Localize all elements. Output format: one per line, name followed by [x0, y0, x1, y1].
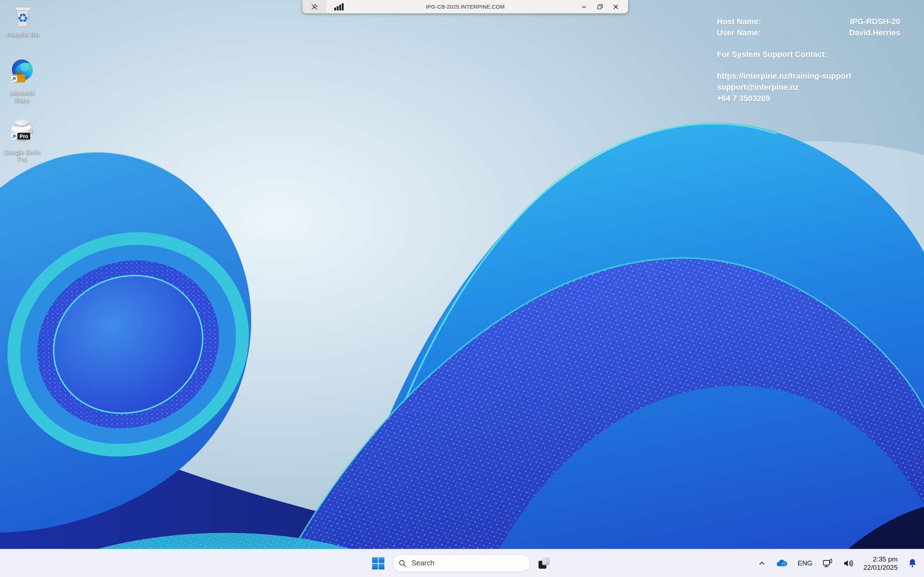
close-button[interactable] — [608, 0, 624, 13]
chevron-up-icon — [758, 559, 766, 567]
speaker-icon — [843, 559, 854, 568]
user-name-row: User Name: David.Herries — [717, 27, 900, 38]
desktop-icon-recycle-bin[interactable]: ♻ Recycle Bin — [1, 3, 45, 39]
start-button[interactable] — [370, 554, 387, 572]
windows-start-icon — [372, 556, 385, 570]
rdp-window-controls — [576, 0, 628, 13]
shortcut-arrow-badge — [11, 134, 17, 140]
support-email: support@interpine.nz — [717, 82, 900, 93]
notification-bell-icon — [908, 558, 918, 569]
user-name-label: User Name: — [717, 27, 761, 38]
network-tray-button[interactable] — [821, 557, 835, 570]
system-info-overlay: Host Name: IPG-RDSH-20 User Name: David.… — [717, 16, 900, 104]
notifications-button[interactable] — [906, 556, 919, 570]
tray-date: 22/01/2025 — [863, 563, 898, 572]
taskbar-center-group — [370, 549, 552, 577]
language-indicator[interactable]: ENG — [796, 558, 814, 569]
pro-badge: Pro — [17, 133, 30, 140]
host-name-label: Host Name: — [717, 16, 761, 27]
user-name-value: David.Herries — [849, 27, 900, 38]
search-input[interactable] — [411, 559, 510, 567]
clock[interactable]: 2:35 pm 22/01/2025 — [862, 554, 899, 573]
taskbar-app-button[interactable] — [536, 555, 552, 572]
support-heading: For System Support Contact: — [717, 49, 900, 60]
tray-chevron-button[interactable] — [756, 558, 767, 569]
desktop-icon-label: Recycle Bin — [7, 31, 39, 39]
taskbar: ENG — [0, 549, 924, 577]
language-code: ENG — [798, 559, 813, 567]
pro-badge-text: Pro — [19, 134, 28, 139]
desktop-screen: ♻ Recycle Bin Microsoft Edge — [0, 0, 924, 577]
desktop-icon-label: Google Earth Pro — [2, 149, 43, 163]
pin-button[interactable] — [302, 0, 326, 13]
desktop-icon-label: Microsoft Edge — [2, 90, 43, 104]
recycle-bin-icon: ♻ — [10, 3, 36, 29]
host-name-value: IPG-RDSH-20 — [850, 16, 900, 27]
desktop-icon-microsoft-edge[interactable]: Microsoft Edge — [0, 58, 45, 104]
unpin-icon — [310, 3, 318, 11]
host-name-row: Host Name: IPG-RDSH-20 — [717, 16, 900, 27]
support-phone: +64 7 3503209 — [717, 93, 900, 104]
minimize-icon — [581, 4, 587, 10]
desktop-icon-google-earth-pro[interactable]: Pro Google Earth Pro — [0, 117, 45, 163]
connection-quality-icon[interactable] — [333, 3, 344, 11]
google-earth-icon: Pro — [8, 117, 37, 147]
volume-tray-button[interactable] — [842, 557, 855, 569]
edge-icon — [8, 58, 37, 88]
network-monitor-icon — [822, 558, 833, 568]
restore-button[interactable] — [592, 0, 608, 13]
support-url: https://interpine.nz/training-support — [717, 70, 900, 82]
system-tray: ENG — [756, 549, 919, 577]
restore-icon — [597, 3, 603, 10]
taskbar-search[interactable] — [393, 554, 530, 572]
shortcut-arrow-badge — [11, 76, 17, 82]
rdp-bar-title: IPG-CB-2025.INTERPINE.COM — [357, 3, 574, 10]
overlapping-windows-icon — [538, 557, 551, 570]
onedrive-cloud-icon — [775, 559, 788, 568]
recycle-glyph: ♻ — [17, 11, 28, 25]
tray-time: 2:35 pm — [873, 555, 898, 563]
search-icon — [399, 559, 406, 567]
close-icon — [613, 4, 619, 10]
rdp-connection-bar: IPG-CB-2025.INTERPINE.COM — [302, 0, 628, 13]
minimize-button[interactable] — [576, 0, 592, 13]
onedrive-tray-button[interactable] — [774, 557, 789, 569]
